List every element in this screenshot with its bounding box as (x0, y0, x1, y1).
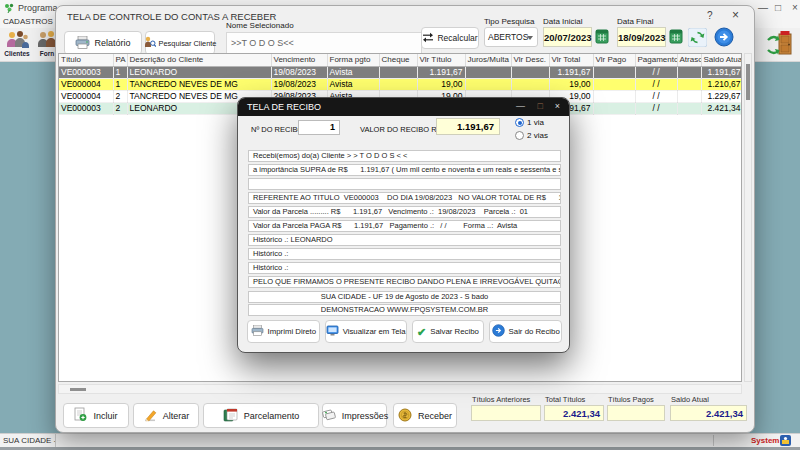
calendar-icon[interactable] (669, 28, 683, 44)
parcelamento-label: Parcelamento (244, 411, 300, 421)
column-header[interactable]: Vencimento (271, 54, 327, 66)
column-header[interactable]: PA (113, 54, 127, 66)
imprimir-direto-button[interactable]: Imprimi Direto (247, 320, 320, 343)
pesquisar-cliente-label: Pesquisar Cliente (159, 39, 217, 48)
salvar-recibo-button[interactable]: ✔ Salvar Recibo (412, 320, 485, 343)
amount-line: a importância SUPRA de R$ 1.191,67 ( Um … (248, 164, 561, 176)
coin-icon (398, 408, 412, 424)
go-arrow-icon[interactable] (714, 27, 734, 47)
column-header[interactable]: Forma pgto (327, 54, 379, 66)
table-cell: VE000003 (59, 102, 113, 114)
refresh-icon[interactable] (687, 27, 707, 47)
table-cell (379, 66, 417, 78)
incluir-label: Incluir (93, 411, 117, 421)
parcel-line: Valor da Parcela ......... R$ 1.191,67 V… (248, 206, 561, 218)
bg-minimize-button[interactable]: — (758, 2, 768, 13)
minimize-icon[interactable]: — (516, 101, 525, 111)
historico-input-1[interactable]: Histórico .: LEONARDO (248, 234, 561, 246)
column-header[interactable]: Vlr Título (417, 54, 465, 66)
maximize-icon[interactable]: □ (538, 101, 543, 111)
vertical-scrollbar[interactable] (744, 53, 752, 382)
nome-selecionado-field[interactable]: >>T O D O S<< (226, 32, 422, 54)
receber-button[interactable]: Receber (393, 403, 457, 428)
vertical-scrollbar-thumb[interactable] (746, 64, 750, 100)
historico-input-2[interactable]: Histórico .: (248, 248, 561, 260)
incluir-button[interactable]: Incluir (63, 403, 129, 428)
column-header[interactable]: Descrição do Cliente (127, 54, 271, 66)
calendar-icon[interactable] (595, 28, 609, 44)
column-header[interactable]: Cheque (379, 54, 417, 66)
recibo-actions: Imprimi Direto Visualizar em Tela ✔ Salv… (247, 320, 562, 343)
grid-header: TítuloPADescrição do ClienteVencimentoFo… (59, 54, 742, 66)
help-button[interactable]: ? (707, 10, 713, 21)
relatorio-button[interactable]: Relatório (64, 31, 142, 55)
alterar-button[interactable]: Alterar (133, 403, 199, 428)
app-logo-icon (4, 3, 14, 15)
table-cell: 19,00 (549, 78, 593, 90)
table-row[interactable]: VE0000031LEONARDO19/08/2023Avista1.191,6… (59, 66, 742, 78)
tipo-pesquisa-select[interactable]: ABERTOS (484, 27, 538, 47)
close-icon[interactable]: × (555, 101, 560, 111)
recalcular-button[interactable]: Recalcular (421, 27, 479, 49)
data-inicial-label: Data Inicial (543, 17, 583, 26)
table-cell: Avista (327, 66, 379, 78)
quitacao-line: PELO QUE FIRMAMOS O PRESENTE RECIBO DAND… (248, 276, 561, 288)
column-header[interactable]: Vlr Total (549, 54, 593, 66)
column-header[interactable]: Pagamento (635, 54, 677, 66)
data-inicial-field[interactable]: 20/07/2023 (543, 27, 592, 47)
recibo-dialog: TELA DE RECIBO — □ × Nº DO RECIBO 1 VALO… (237, 97, 570, 353)
via2-radio[interactable]: 2 vias (515, 131, 548, 140)
close-icon[interactable]: × (732, 8, 739, 22)
receipt-no-input[interactable]: 1 (298, 120, 340, 135)
pesquisar-cliente-button[interactable]: Pesquisar Cliente (145, 31, 215, 55)
table-row[interactable]: VE0000041TANCREDO NEVES DE MG19/08/2023A… (59, 78, 742, 90)
swap-arrows-icon (422, 32, 434, 45)
horizontal-scrollbar[interactable] (58, 384, 742, 394)
menu-cadastros[interactable]: CADASTROS (3, 17, 53, 26)
column-header[interactable]: Vlr Desc. (511, 54, 549, 66)
table-cell: 19,00 (417, 78, 465, 90)
toolbar-clientes-button[interactable]: Clientes (3, 30, 31, 57)
table-cell (677, 78, 701, 90)
statusbar-city: SUA CIDADE - UF (0, 434, 56, 447)
table-cell (593, 66, 635, 78)
clients-people-icon (3, 30, 31, 50)
data-final-field[interactable]: 18/09/2023 (617, 27, 666, 47)
exit-door-icon (764, 30, 796, 56)
titulos-anteriores-value (471, 405, 541, 421)
statusbar-separator (713, 435, 714, 446)
receipt-value-field: 1.191,67 (436, 118, 500, 135)
table-cell: VE000004 (59, 90, 113, 102)
bg-close-button[interactable]: × (792, 2, 798, 13)
titulos-pagos-value (607, 405, 665, 421)
column-header[interactable]: Juros/Multa (465, 54, 511, 66)
column-header[interactable]: Vlr Pago (593, 54, 635, 66)
historico-input-3[interactable]: Histórico .: (248, 262, 561, 274)
reference-line: REFERENTE AO TITULO VE000003 DO DIA 19/0… (248, 192, 561, 204)
parcelamento-button[interactable]: Parcelamento (203, 403, 319, 428)
tipo-pesquisa-label: Tipo Pesquisa (484, 17, 534, 26)
column-header[interactable]: Saldo Atual (701, 54, 742, 66)
chevron-down-icon (527, 36, 533, 40)
bg-maximize-button[interactable]: □ (775, 2, 781, 13)
table-cell (511, 78, 549, 90)
table-cell: 1 (113, 78, 127, 90)
statusbar-system-label: System (751, 436, 779, 445)
table-cell: VE000003 (59, 66, 113, 78)
visualizar-tela-button[interactable]: Visualizar em Tela (325, 320, 407, 343)
exit-arrow-icon (492, 324, 505, 339)
toolbar-exit-button[interactable] (764, 30, 796, 56)
table-cell: / / (635, 90, 677, 102)
via1-label: 1 via (527, 118, 544, 127)
impressoes-button[interactable]: Impressões (322, 403, 387, 428)
column-header[interactable]: Atraso (677, 54, 701, 66)
via1-radio[interactable]: 1 via (515, 118, 544, 127)
column-header[interactable]: Título (59, 54, 113, 66)
table-cell: 1.191,67 (417, 66, 465, 78)
sair-recibo-button[interactable]: Sair do Recibo (489, 320, 562, 343)
table-cell: / / (635, 78, 677, 90)
recibo-title: TELA DE RECIBO (247, 102, 321, 112)
desktop: Programa p — □ × CADASTROS Clientes Forn… (0, 0, 800, 450)
horizontal-scrollbar-thumb[interactable] (70, 388, 86, 391)
table-cell: 1.191,67 (549, 66, 593, 78)
